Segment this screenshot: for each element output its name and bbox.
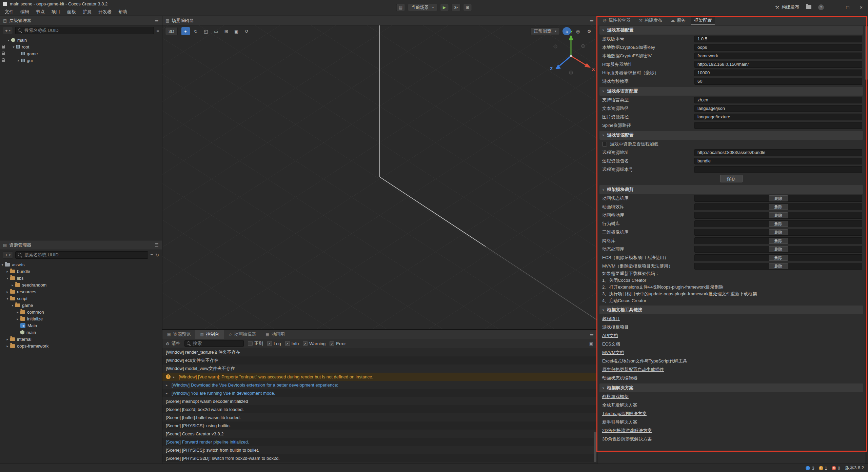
save-button[interactable]: 保存 bbox=[720, 175, 743, 182]
lock-icon[interactable] bbox=[2, 46, 5, 48]
menu-节点[interactable]: 节点 bbox=[33, 8, 48, 16]
create-node-button[interactable]: +▾ bbox=[3, 27, 13, 34]
inspector-tab-构建发布[interactable]: ⚒构建发布 bbox=[635, 16, 666, 25]
snap-tool-icon[interactable]: ↺ bbox=[242, 27, 251, 35]
menu-帮助[interactable]: 帮助 bbox=[115, 8, 131, 16]
expand-arrow-icon[interactable]: ▸ bbox=[5, 290, 10, 294]
step-button[interactable]: ≫ bbox=[451, 4, 460, 11]
move-tool-icon[interactable]: + bbox=[181, 27, 190, 35]
asset-item-Main[interactable]: TSMain bbox=[0, 322, 162, 329]
lighting-toggle-icon[interactable]: ☼ bbox=[563, 27, 571, 35]
status-info[interactable]: i3 bbox=[806, 466, 814, 471]
inspector-tab-框架配置[interactable]: 框架配置 bbox=[691, 16, 715, 25]
section-header-1[interactable]: ∨游戏多语言配置 bbox=[599, 87, 863, 96]
expand-arrow-icon[interactable]: ▾ bbox=[0, 263, 5, 267]
console-scrollbar[interactable] bbox=[594, 432, 596, 462]
menu-开发者[interactable]: 开发者 bbox=[95, 8, 115, 16]
expand-arrow-icon[interactable]: ▾ bbox=[6, 38, 11, 42]
mode-3d-button[interactable]: 3D bbox=[165, 27, 178, 35]
link-动画状态机编辑器[interactable]: 动画状态机编辑器 bbox=[602, 375, 637, 381]
expand-arrow-icon[interactable]: ▸ bbox=[5, 337, 10, 341]
gear-icon[interactable]: ⚙ bbox=[585, 27, 593, 35]
log-row[interactable]: [Scene] [PHYSICS]: switch from builtin t… bbox=[162, 446, 597, 454]
log-row[interactable]: ▸[Window] Download the Vue Devtools exte… bbox=[162, 381, 597, 389]
link-3D角色扮演游戏解决方案[interactable]: 3D角色扮演游戏解决方案 bbox=[602, 436, 652, 442]
field-input[interactable] bbox=[694, 122, 862, 129]
field-input[interactable] bbox=[694, 166, 862, 173]
panel-menu-icon[interactable]: ☰ bbox=[590, 18, 594, 23]
console-tab-动画编辑器[interactable]: ◇动画编辑器 bbox=[224, 330, 261, 339]
console-tab-控制台[interactable]: ▥控制台 bbox=[195, 330, 224, 339]
expand-arrow-icon[interactable]: ▸ bbox=[10, 283, 15, 287]
panel-menu-icon[interactable]: ☰ bbox=[590, 332, 594, 337]
panel-menu-icon[interactable]: ☰ bbox=[155, 242, 159, 248]
filter-log[interactable]: ✓Log bbox=[267, 341, 281, 346]
log-row[interactable]: [Window] model_view文件夹不存在 bbox=[162, 365, 597, 373]
hierarchy-search-input[interactable]: 搜索名称或 UUID bbox=[15, 27, 154, 34]
hierarchy-item-root[interactable]: ▾root bbox=[0, 43, 162, 50]
field-input[interactable]: 1.0.5 bbox=[694, 36, 862, 42]
expand-arrow-icon[interactable]: ▸ bbox=[166, 391, 169, 395]
delete-button[interactable]: 删除 bbox=[769, 255, 788, 261]
section-header-2[interactable]: ∨游戏资源配置 bbox=[599, 131, 863, 140]
field-input[interactable]: 60 bbox=[694, 78, 862, 85]
field-input[interactable]: 10000 bbox=[694, 70, 862, 76]
delete-button[interactable]: 删除 bbox=[769, 263, 788, 269]
expand-arrow-icon[interactable]: ▾ bbox=[5, 276, 10, 280]
link-原生包热更新配置自动生成插件[interactable]: 原生包热更新配置自动生成插件 bbox=[602, 367, 664, 373]
minimize-button[interactable]: – bbox=[831, 4, 837, 10]
delete-button[interactable]: 删除 bbox=[769, 204, 788, 210]
expand-arrow-icon[interactable]: ▸ bbox=[15, 317, 20, 321]
link-全栈开发解决方案[interactable]: 全栈开发解决方案 bbox=[602, 402, 637, 408]
status-warning[interactable]: !1 bbox=[819, 466, 827, 471]
view-mode-select[interactable]: 正常浏览 ▾ bbox=[530, 27, 560, 35]
hierarchy-item-game[interactable]: game bbox=[0, 50, 162, 57]
asset-item-seedrandom[interactable]: ▸seedrandom bbox=[0, 281, 162, 288]
field-input[interactable]: oops bbox=[694, 44, 862, 51]
menu-扩展[interactable]: 扩展 bbox=[79, 8, 95, 16]
log-row[interactable]: [Window] ecs文件夹不存在 bbox=[162, 356, 597, 365]
scrollbar-thumb[interactable] bbox=[865, 26, 868, 80]
inspector-scrollbar[interactable] bbox=[865, 25, 868, 464]
expand-arrow-icon[interactable]: ▾ bbox=[5, 297, 10, 300]
link-战棋游戏框架[interactable]: 战棋游戏框架 bbox=[602, 394, 629, 400]
scene-select[interactable]: 当前场景 ▾ bbox=[408, 4, 437, 11]
maximize-button[interactable]: □ bbox=[844, 4, 851, 10]
anchor-tool-icon[interactable]: ⊞ bbox=[222, 27, 231, 35]
asset-item-libs[interactable]: ▾libs bbox=[0, 275, 162, 281]
expand-arrow-icon[interactable]: ▸ bbox=[173, 375, 176, 379]
rect-tool-icon[interactable]: ▭ bbox=[212, 27, 220, 35]
menu-编辑[interactable]: 编辑 bbox=[17, 8, 33, 16]
inspector-tab-服务[interactable]: ☁服务 bbox=[667, 16, 689, 25]
asset-item-resources[interactable]: ▸resources bbox=[0, 288, 162, 295]
console-tab-动画图[interactable]: ▦动画图 bbox=[261, 330, 289, 339]
regex-toggle[interactable]: 正则 bbox=[248, 340, 263, 347]
expand-arrow-icon[interactable]: ▸ bbox=[15, 310, 20, 314]
log-row[interactable]: [Scene] [PHYSICS2D]: switch from box2d-w… bbox=[162, 454, 597, 462]
field-input[interactable]: language/texture bbox=[694, 114, 862, 120]
rotate-tool-icon[interactable]: ↻ bbox=[192, 27, 200, 35]
field-input[interactable]: http://localhost:8083/assets/bundle bbox=[694, 149, 862, 156]
section-header-5[interactable]: ∨框架解决方案 bbox=[599, 383, 863, 392]
log-row[interactable]: [Window] render_texture文件夹不存在 bbox=[162, 348, 597, 356]
play-button[interactable]: ▶ bbox=[440, 4, 449, 11]
asset-item-internal[interactable]: ▸internal bbox=[0, 336, 162, 342]
field-input[interactable]: zh,en bbox=[694, 97, 862, 103]
regex-checkbox[interactable] bbox=[248, 341, 253, 346]
assets-filter-icon[interactable]: ≡ bbox=[151, 253, 153, 258]
help-icon[interactable]: ? bbox=[818, 4, 824, 10]
asset-item-common[interactable]: ▸common bbox=[0, 309, 162, 315]
asset-item-main[interactable]: main bbox=[0, 329, 162, 336]
link-ECS文档[interactable]: ECS文档 bbox=[602, 341, 620, 347]
checkbox[interactable]: ✓ bbox=[330, 341, 334, 346]
field-input[interactable]: bundle bbox=[694, 158, 862, 164]
expand-arrow-icon[interactable]: ▸ bbox=[5, 270, 10, 273]
open-project-folder-icon[interactable] bbox=[806, 5, 811, 9]
expand-arrow-icon[interactable]: ▸ bbox=[166, 383, 169, 387]
field-input[interactable]: framework bbox=[694, 53, 862, 59]
log-row[interactable]: [Scene] meshopt wasm decoder initialized bbox=[162, 397, 597, 405]
lock-icon[interactable] bbox=[2, 53, 5, 55]
checkbox[interactable] bbox=[602, 142, 607, 146]
panel-menu-icon[interactable]: ☰ bbox=[155, 18, 159, 23]
delete-button[interactable]: 删除 bbox=[769, 229, 788, 235]
